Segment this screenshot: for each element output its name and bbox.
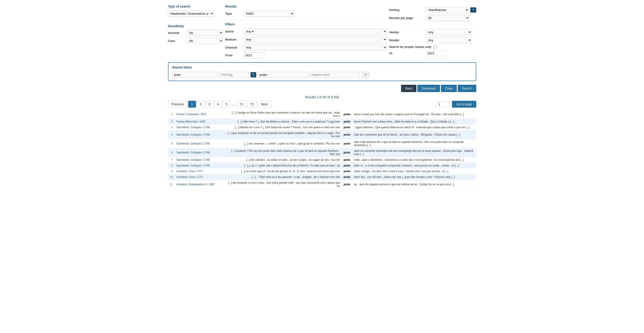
- table-row: 7 Sarmiento: Coloquio / 1746 [...] tèn c…: [168, 157, 476, 163]
- page-2-btn[interactable]: 2: [197, 101, 205, 108]
- actions-row: Back Download Clear Search: [168, 85, 476, 92]
- lemma-input[interactable]: [258, 72, 308, 78]
- row-source[interactable]: Sarmiento: Coloquio / 1746: [175, 163, 225, 169]
- row-num: 11: [168, 180, 175, 189]
- table-row: 3 Sarmiento: Coloquio / 1746 [...] ollan…: [168, 125, 476, 130]
- channel-select[interactable]: Any: [244, 44, 387, 51]
- row-keyword: podo: [342, 139, 352, 148]
- row-num: 7: [168, 157, 175, 163]
- row-keyword: podo: [342, 130, 352, 139]
- row-source[interactable]: Feixoo: Contenda / 1671: [175, 110, 225, 119]
- page-3-btn[interactable]: 3: [206, 101, 213, 108]
- pos-tag-input[interactable]: [219, 72, 249, 78]
- page-72-btn[interactable]: 72: [247, 101, 257, 108]
- type-of-search-select[interactable]: Headwords / Grammatical units Lemmas Wor…: [168, 10, 214, 17]
- download-button[interactable]: Download: [417, 85, 440, 92]
- row-left-context: [...] . " Pois mira se é teu parente ; e…: [225, 174, 342, 180]
- from-input[interactable]: [244, 52, 264, 58]
- search-items-box: Search items ? +: [168, 62, 476, 81]
- genre-select[interactable]: Any ▾: [244, 28, 387, 34]
- row-source[interactable]: Sarmiento: Coloquio / 1746: [175, 139, 225, 148]
- page-1-btn[interactable]: 1: [188, 101, 196, 108]
- row-right-context: estar contigo , nin dicir che o cara a c…: [352, 169, 476, 174]
- row-num: 1: [168, 110, 175, 119]
- row-source[interactable]: Festas Minervais / 1697: [175, 119, 225, 125]
- goto-page-input[interactable]: [436, 101, 450, 107]
- table-row: 11 Anónimo: Esterqueiros II / 1807 [...]…: [168, 180, 476, 189]
- page-4-btn[interactable]: 4: [214, 101, 222, 108]
- row-keyword: podo: [342, 169, 352, 174]
- row-keyword: podo: [342, 180, 352, 189]
- table-row: 8 Sarmiento: Coloquio / 1746 [...] ¿ eu …: [168, 163, 476, 169]
- gender-label: Gender: [389, 38, 426, 42]
- page-71-btn[interactable]: 71: [237, 101, 246, 108]
- type-label: Type: [225, 12, 244, 15]
- variety-select[interactable]: Any: [426, 29, 472, 35]
- row-right-context: decir fixo , uns din ben , outros din ma…: [352, 174, 476, 180]
- medium-select[interactable]: Any: [244, 36, 387, 43]
- row-right-context: máis , aquí o deixemos , volvamos a o co…: [352, 157, 476, 163]
- graphic-word-input[interactable]: [310, 72, 360, 78]
- sorting-help-btn[interactable]: ?: [470, 7, 476, 12]
- pagination-left: Previous 1 2 3 4 5 ... 71 72 Next: [168, 101, 271, 108]
- pos-help-btn[interactable]: ?: [250, 72, 256, 77]
- back-button[interactable]: Back: [401, 85, 416, 92]
- table-row: 6 Sarmiento: Coloquio / 1746 [...] conte…: [168, 148, 476, 157]
- search-items-label: Search items: [172, 65, 472, 69]
- row-keyword: podo: [342, 110, 352, 119]
- row-num: 6: [168, 148, 175, 157]
- sorting-label: Sorting: [389, 8, 426, 12]
- table-row: 1 Feixoo: Contenda / 1671 [...] Castiga …: [168, 110, 476, 119]
- row-num: 4: [168, 130, 175, 139]
- row-left-context: [...] non veremos ; ¡ canté ! ¡ quén as …: [225, 139, 342, 148]
- row-left-context: [...] Castiga os Noso Señor pois que ord…: [225, 110, 342, 119]
- medium-label: Medium: [225, 38, 244, 41]
- add-search-item-btn[interactable]: +: [362, 71, 369, 78]
- row-right-context: dare un cumprido enxempro de esa moxigan…: [352, 148, 476, 157]
- page-5-btn[interactable]: 5: [223, 101, 230, 108]
- pagination-row: Previous 1 2 3 4 5 ... 71 72 Next Go to …: [168, 101, 476, 108]
- row-num: 8: [168, 163, 175, 169]
- row-left-context: [...] que acabaran os de as honras prest…: [225, 130, 342, 139]
- row-right-context: decer Falando con a boca chea , Máis lle…: [352, 119, 476, 125]
- row-source[interactable]: Anónimo: Urca / 1777: [175, 174, 225, 180]
- search-button[interactable]: Search: [458, 85, 476, 92]
- row-keyword: podo: [342, 163, 352, 169]
- row-right-context: falar de o postreiro que alí se fixera ,…: [352, 130, 476, 139]
- gender-select[interactable]: Any Male Female: [426, 37, 472, 43]
- goto-page-button[interactable]: Go to page: [452, 101, 476, 108]
- proper-names-label: Search for proper names only: [389, 45, 431, 48]
- row-source[interactable]: Anónimo: Urca / 1777: [175, 169, 225, 174]
- row-num: 10: [168, 174, 175, 180]
- results-info: Results 1 to 50 of 3,556: [168, 95, 476, 99]
- sorting-select[interactable]: Year/Matches Year Matches: [426, 7, 469, 13]
- next-button[interactable]: Next: [258, 101, 271, 108]
- row-source[interactable]: Sarmiento: Coloquio / 1746: [175, 130, 225, 139]
- previous-button[interactable]: Previous: [168, 101, 187, 108]
- row-num: 2: [168, 119, 175, 125]
- row-source[interactable]: Anónimo: Esterqueiros II / 1807: [175, 180, 225, 189]
- to-input[interactable]: [426, 50, 446, 56]
- results-per-page-select[interactable]: 10 25 50 100: [426, 15, 469, 21]
- case-select[interactable]: No Yes: [187, 38, 223, 44]
- word-input[interactable]: [172, 72, 218, 78]
- row-source[interactable]: Sarmiento: Coloquio / 1746: [175, 125, 225, 130]
- table-row: 5 Sarmiento: Coloquio / 1746 [...] non v…: [168, 139, 476, 148]
- type-of-search-label: Type of search: [168, 4, 223, 8]
- results-per-page-label: Results per page: [389, 16, 426, 20]
- row-keyword: podo: [342, 174, 352, 180]
- row-right-context: falar máis extenso de o que se fará en a…: [352, 139, 476, 148]
- from-label: From: [225, 54, 244, 57]
- case-label: Case: [168, 39, 187, 43]
- accents-select[interactable]: No Yes: [187, 30, 223, 36]
- row-keyword: podo: [342, 119, 352, 125]
- results-table: 1 Feixoo: Contenda / 1671 [...] Castiga …: [168, 110, 476, 189]
- row-source[interactable]: Sarmiento: Coloquio / 1746: [175, 148, 225, 157]
- proper-names-checkbox[interactable]: [434, 45, 436, 48]
- type-select[interactable]: KWIC Concordance Distribution: [244, 10, 294, 17]
- row-keyword: podo: [342, 148, 352, 157]
- clear-button[interactable]: Clear: [441, 85, 457, 92]
- row-left-context: [...] ollando en o ceo ? ¿ Che había de …: [225, 125, 342, 130]
- row-source[interactable]: Sarmiento: Coloquio / 1746: [175, 157, 225, 163]
- row-left-context: [...] tèn cañotos , ou están en pelo , s…: [225, 157, 342, 163]
